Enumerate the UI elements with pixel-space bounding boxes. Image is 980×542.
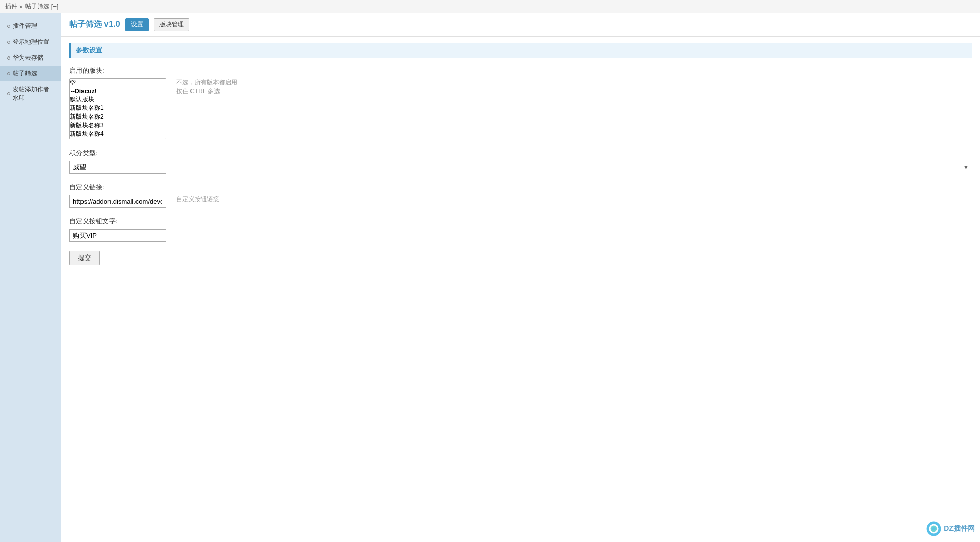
sidebar-dot-icon [7,41,10,44]
plugin-header: 帖子筛选 v1.0 设置 版块管理 [61,13,980,37]
blocks-listbox[interactable]: 空 默认版块 新版块名称1 新版块名称2 新版块名称3 新版块名称4 新版块名称… [69,78,166,139]
section-title: 参数设置 [69,43,972,58]
score-type-group: 积分类型: 威望 金钱 积分 贡献 ▼ [69,149,972,174]
breadcrumb-bar: 插件 » 帖子筛选 [+] [0,0,980,13]
breadcrumb-extra: [+] [51,3,59,10]
custom-link-input[interactable] [69,195,166,208]
sidebar-item-label: 登示地理位置 [13,38,49,46]
sidebar-dot-icon [7,72,10,75]
main-wrapper: 插件管理 登示地理位置 华为云存储 帖子筛选 发帖添加作者水印 [0,13,980,542]
sidebar-item-label: 帖子筛选 [13,69,37,78]
page-layout: 插件 » 帖子筛选 [+] 插件管理 登示地理位置 华为云存储 帖子筛选 [0,0,980,542]
select-arrow-icon: ▼ [963,164,969,170]
score-type-select-wrap: 威望 金钱 积分 贡献 ▼ [69,161,972,174]
enabled-blocks-row: 空 默认版块 新版块名称1 新版块名称2 新版块名称3 新版块名称4 新版块名称… [69,78,972,139]
sidebar-item-label: 插件管理 [13,22,37,31]
settings-section: 参数设置 启用的版块: 空 默认版块 新版块名称1 新版块名称2 新版块名称3 [69,43,972,265]
custom-btn-text-group: 自定义按钮文字: [69,217,972,242]
breadcrumb-plugins[interactable]: 插件 [5,2,17,11]
submit-button[interactable]: 提交 [69,251,100,265]
custom-link-row: 自定义按钮链接 [69,195,972,208]
custom-link-label: 自定义链接: [69,183,972,192]
custom-btn-text-input[interactable] [69,229,166,242]
listbox-item-block2: 新版块名称2 [70,112,166,121]
sidebar-item-post-filter[interactable]: 帖子筛选 [0,66,61,81]
custom-link-hint: 自定义按钮链接 [176,195,219,204]
blocks-hint2: 按住 CTRL 多选 [176,87,237,96]
watermark: DZ插件网 [925,521,975,537]
listbox-item-default: 默认版块 [70,95,166,104]
sidebar-item-huawei-cloud[interactable]: 华为云存储 [0,50,61,66]
breadcrumb-separator: » [19,3,23,10]
custom-btn-text-label: 自定义按钮文字: [69,217,972,226]
submit-group: 提交 [69,251,972,265]
blocks-hint1: 不选，所有版本都启用 [176,78,237,87]
enabled-blocks-group: 启用的版块: 空 默认版块 新版块名称1 新版块名称2 新版块名称3 新版块名称… [69,66,972,139]
blocks-hints: 不选，所有版本都启用 按住 CTRL 多选 [176,78,237,96]
content-area: 帖子筛选 v1.0 设置 版块管理 参数设置 启用的版块: 空 默认版块 新版块 [61,13,980,542]
tab-block-management[interactable]: 版块管理 [154,18,189,31]
watermark-logo-icon [925,521,942,537]
sidebar-item-label: 华为云存储 [13,53,43,62]
sidebar-item-show-location[interactable]: 登示地理位置 [0,34,61,50]
watermark-label: DZ插件网 [944,524,975,533]
listbox-item-block4: 新版块名称4 [70,130,166,138]
listbox-group-discuz: 默认版块 新版块名称1 新版块名称2 新版块名称3 新版块名称4 新版块名称5 [70,88,166,139]
plugin-title: 帖子筛选 v1.0 [69,19,120,30]
listbox-item-block5: 新版块名称5 [70,138,166,139]
sidebar-dot-icon [7,56,10,60]
sidebar-item-plugin-management[interactable]: 插件管理 [0,18,61,34]
listbox-empty-option: 空 [70,79,166,88]
listbox-item-block3: 新版块名称3 [70,121,166,130]
sidebar-item-post-watermark[interactable]: 发帖添加作者水印 [0,81,61,106]
enabled-blocks-label: 启用的版块: [69,66,972,75]
sidebar-dot-icon [7,25,10,28]
tab-settings[interactable]: 设置 [125,18,149,31]
score-type-select[interactable]: 威望 金钱 积分 贡献 [69,161,166,174]
custom-link-group: 自定义链接: 自定义按钮链接 [69,183,972,208]
sidebar: 插件管理 登示地理位置 华为云存储 帖子筛选 发帖添加作者水印 [0,13,61,542]
breadcrumb-plugin-name[interactable]: 帖子筛选 [25,2,49,11]
sidebar-dot-icon [7,92,10,95]
sidebar-item-label: 发帖添加作者水印 [13,85,53,102]
score-type-label: 积分类型: [69,149,972,158]
listbox-item-block1: 新版块名称1 [70,104,166,112]
